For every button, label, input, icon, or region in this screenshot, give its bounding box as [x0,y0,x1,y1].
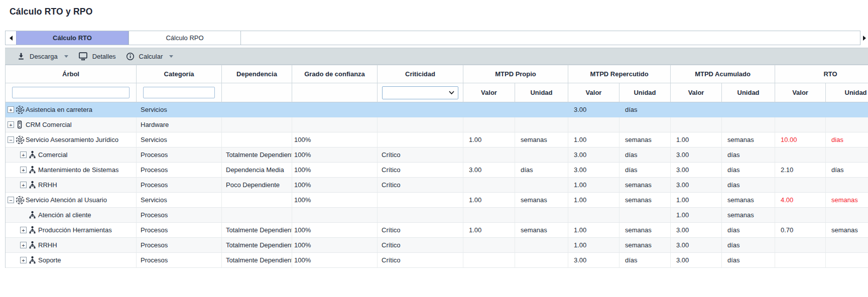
table-row[interactable]: + Soporte Procesos Totalmente Dependient… [6,253,868,268]
cell-mtpd-propio-valor[interactable]: 1.00 [463,193,515,208]
cell-mtpd-propio-valor[interactable] [463,147,515,163]
cell-mtpd-acumulado-valor[interactable]: 1.00 [671,208,722,223]
cell-mtpd-acumulado-unidad[interactable]: días [722,223,775,238]
cell-mtpd-propio-valor[interactable] [463,117,515,132]
tab-calculo-rpo[interactable]: Cálculo RPO [129,31,241,45]
cell-mtpd-propio-unidad[interactable]: días [515,163,568,178]
tab-scroll-left-button[interactable] [6,31,16,45]
cell-mtpd-repercutido-valor[interactable]: 1.00 [568,238,619,253]
cell-grado-confianza[interactable] [292,117,378,132]
cell-mtpd-acumulado-unidad[interactable]: semanas [722,193,775,208]
cell-mtpd-acumulado-unidad[interactable]: días [722,238,775,253]
cell-rto-valor[interactable] [775,208,826,223]
table-row[interactable]: − Servicio Asesoramiento Jurídico Servic… [6,132,868,147]
tree-expander[interactable]: + [20,257,27,263]
cell-mtpd-propio-valor[interactable] [463,178,515,193]
cell-arbol[interactable]: + Producción Herramientas [6,223,137,238]
cell-mtpd-acumulado-valor[interactable]: 1.00 [671,132,722,147]
table-row[interactable]: − Servicio Atención al Usuario Servicios… [6,193,868,208]
column-header-criticidad[interactable]: Criticidad [378,65,463,83]
arbol-filter-input[interactable] [12,87,130,98]
tab-scroll-right-button[interactable] [860,31,868,45]
cell-mtpd-acumulado-unidad[interactable]: días [722,253,775,268]
tree-expander[interactable]: + [8,106,14,113]
cell-rto-unidad[interactable] [826,238,868,253]
cell-categoria[interactable]: Procesos [137,147,222,163]
cell-criticidad[interactable] [378,117,463,132]
cell-grado-confianza[interactable] [292,208,378,223]
cell-rto-valor[interactable]: 0.70 [775,223,826,238]
cell-grado-confianza[interactable]: 100% [292,132,378,147]
cell-mtpd-repercutido-unidad[interactable]: semanas [619,193,671,208]
column-header-arbol[interactable]: Árbol [6,65,137,83]
descarga-button[interactable]: Descarga [17,52,68,60]
cell-mtpd-repercutido-unidad[interactable]: días [619,102,671,117]
categoria-filter-input[interactable] [143,87,215,98]
cell-mtpd-repercutido-unidad[interactable]: días [619,147,671,163]
cell-dependencia[interactable] [222,102,292,117]
cell-dependencia[interactable] [222,117,292,132]
cell-rto-valor[interactable]: 2.10 [775,163,826,178]
cell-rto-unidad[interactable]: semanas [826,223,868,238]
cell-mtpd-acumulado-valor[interactable]: 1.00 [671,193,722,208]
cell-mtpd-acumulado-unidad[interactable]: días [722,178,775,193]
cell-mtpd-repercutido-unidad[interactable]: días [619,253,671,268]
cell-mtpd-repercutido-unidad[interactable]: semanas [619,223,671,238]
subheader-propio-unidad[interactable]: Unidad [515,83,568,102]
tree-expander[interactable]: − [8,197,14,203]
subheader-rto-unidad[interactable]: Unidad [826,83,868,102]
cell-mtpd-repercutido-unidad[interactable]: semanas [619,238,671,253]
cell-arbol[interactable]: + Asistencia en carretera [6,102,137,117]
cell-mtpd-propio-unidad[interactable] [515,178,568,193]
cell-rto-unidad[interactable] [826,102,868,117]
cell-rto-valor[interactable] [775,102,826,117]
tree-expander[interactable]: + [20,182,27,188]
cell-categoria[interactable]: Servicios [137,132,222,147]
cell-dependencia[interactable] [222,193,292,208]
cell-mtpd-propio-unidad[interactable] [515,117,568,132]
tree-expander[interactable]: + [20,152,27,158]
cell-rto-unidad[interactable] [826,178,868,193]
cell-criticidad[interactable] [378,208,463,223]
cell-criticidad[interactable] [378,193,463,208]
table-row[interactable]: Atención al cliente Procesos 1.00 semana… [6,208,868,223]
cell-criticidad[interactable]: Crítico [378,223,463,238]
cell-dependencia[interactable]: Totalmente Dependiente [222,147,292,163]
cell-dependencia[interactable]: Totalmente Dependiente [222,223,292,238]
criticidad-filter-select[interactable] [382,86,458,99]
cell-mtpd-acumulado-unidad[interactable]: días [722,163,775,178]
table-row[interactable]: + Asistencia en carretera Servicios 3.00… [6,102,868,117]
table-row[interactable]: + RRHH Procesos Totalmente Dependiente 1… [6,238,868,253]
cell-dependencia[interactable]: Totalmente Dependiente [222,253,292,268]
cell-mtpd-acumulado-valor[interactable]: 3.00 [671,147,722,163]
subheader-acumulado-unidad[interactable]: Unidad [722,83,775,102]
cell-rto-unidad[interactable]: días [826,163,868,178]
cell-criticidad[interactable]: Crítico [378,178,463,193]
cell-mtpd-propio-valor[interactable] [463,253,515,268]
cell-rto-valor[interactable] [775,147,826,163]
subheader-repercutido-valor[interactable]: Valor [568,83,619,102]
cell-mtpd-propio-unidad[interactable]: semanas [515,132,568,147]
cell-mtpd-repercutido-valor[interactable]: 1.00 [568,132,619,147]
cell-mtpd-repercutido-valor[interactable] [568,208,619,223]
cell-mtpd-propio-valor[interactable] [463,238,515,253]
cell-mtpd-repercutido-valor[interactable]: 3.00 [568,147,619,163]
cell-grado-confianza[interactable]: 100% [292,223,378,238]
cell-categoria[interactable]: Procesos [137,163,222,178]
cell-mtpd-acumulado-unidad[interactable]: días [722,147,775,163]
cell-criticidad[interactable]: Crítico [378,163,463,178]
cell-rto-valor[interactable] [775,117,826,132]
cell-categoria[interactable]: Servicios [137,102,222,117]
cell-mtpd-acumulado-unidad[interactable] [722,102,775,117]
subheader-acumulado-valor[interactable]: Valor [671,83,722,102]
cell-criticidad[interactable]: Crítico [378,253,463,268]
subheader-repercutido-unidad[interactable]: Unidad [619,83,671,102]
cell-rto-valor[interactable] [775,238,826,253]
cell-mtpd-propio-unidad[interactable] [515,147,568,163]
cell-mtpd-propio-valor[interactable]: 3.00 [463,163,515,178]
cell-grado-confianza[interactable]: 100% [292,253,378,268]
table-row[interactable]: + Comercial Procesos Totalmente Dependie… [6,147,868,163]
cell-mtpd-propio-valor[interactable]: 1.00 [463,132,515,147]
subheader-propio-valor[interactable]: Valor [463,83,515,102]
cell-mtpd-acumulado-valor[interactable]: 3.00 [671,163,722,178]
